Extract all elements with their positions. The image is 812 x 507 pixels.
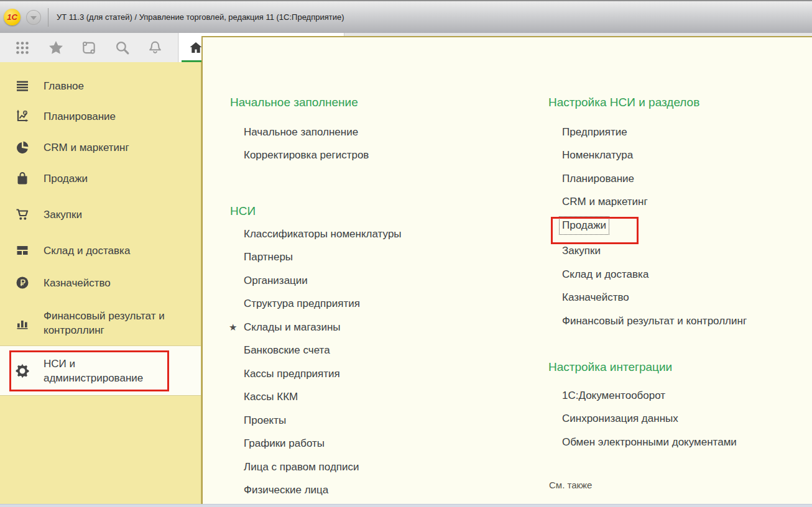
sections-panel: Главное Планирование CRM <box>0 62 201 504</box>
group-nachalnoe-zapolnenie: Начальное заполнение Начальное заполнени… <box>230 96 369 167</box>
sidebar-item-glavnoe[interactable]: Главное <box>0 70 201 101</box>
search-button[interactable] <box>111 37 132 58</box>
1c-logo-text: 1С <box>7 12 17 22</box>
sidebar-item-crm-i-marketing[interactable]: CRM и маркетинг <box>0 132 201 163</box>
menu-item-sklad-i-dostavka[interactable]: Склад и доставка <box>562 263 747 286</box>
window-titlebar: 1С УТ 11.3 (для статей) / Управление тор… <box>0 0 812 33</box>
menu-item-nachalnoe-zapolnenie[interactable]: Начальное заполнение <box>244 121 369 144</box>
pie-chart-icon <box>15 140 30 155</box>
main-menu-button[interactable] <box>26 10 41 25</box>
1c-logo: 1С <box>4 9 21 25</box>
notifications-bell-icon <box>147 40 163 55</box>
menu-item-kaznacheystvo[interactable]: Казначейство <box>562 286 747 310</box>
sidebar-item-sklad-i-dostavka[interactable]: Склад и доставка <box>0 235 201 266</box>
menu-item-korrektirovka-registrov[interactable]: Корректировка регистров <box>244 144 369 168</box>
window-title: УТ 11.3 (для статей) / Управление торгов… <box>57 12 344 22</box>
sidebar-item-planirovanie[interactable]: Планирование <box>0 101 201 132</box>
hamburger-menu-icon <box>15 78 30 93</box>
menu-item-litsa-s-pravom-podpisi[interactable]: Лица с правом подписи <box>244 455 402 479</box>
favorites-star-icon <box>48 40 64 56</box>
menu-item-crm-i-marketing[interactable]: CRM и маркетинг <box>562 191 747 214</box>
section-functions-menu: Начальное заполнение Начальное заполнени… <box>201 36 812 504</box>
favorites-button[interactable] <box>45 37 67 58</box>
sidebar-item-label: CRM и маркетинг <box>44 140 184 155</box>
apps-grid-button[interactable] <box>12 37 33 58</box>
group-title: Настройка интеграции <box>548 360 737 374</box>
menu-item-partnery[interactable]: Партнеры <box>244 246 402 270</box>
menu-item-organizatsii[interactable]: Организации <box>244 269 402 293</box>
menu-item-finansovyy-rezultat-i-kontrolling[interactable]: Финансовый результат и контроллинг <box>562 309 747 333</box>
menu-item-planirovanie[interactable]: Планирование <box>562 167 747 191</box>
apps-grid-icon <box>15 40 30 55</box>
menu-item-kassy-kkm[interactable]: Кассы ККМ <box>244 386 402 409</box>
sidebar-item-label: Планирование <box>44 109 184 124</box>
sidebar-item-label: Закупки <box>44 208 184 222</box>
menu-item-fizicheskie-litsa[interactable]: Физические лица <box>244 479 402 503</box>
notifications-button[interactable] <box>145 37 166 58</box>
planning-chart-icon <box>15 109 30 124</box>
menu-item-bankovskie-scheta[interactable]: Банковские счета <box>244 339 402 363</box>
menu-item-nomenklatura[interactable]: Номенклатура <box>562 144 747 168</box>
sidebar-item-finansovyy-rezultat[interactable]: Финансовый результат и контроллинг <box>0 303 201 343</box>
window-bottom-edge <box>0 504 812 507</box>
sidebar-item-prodazhi[interactable]: Продажи <box>0 163 201 194</box>
sidebar-item-label: Главное <box>44 79 184 93</box>
group-title: Начальное заполнение <box>230 96 369 109</box>
dropdown-arrow-icon <box>30 16 37 20</box>
group-title: Настройка НСИ и разделов <box>548 96 747 109</box>
search-icon <box>114 40 130 55</box>
menu-item-klassifikatory-nomenklatury[interactable]: Классификаторы номенклатуры <box>244 222 402 246</box>
gear-icon <box>15 363 30 378</box>
menu-item-zakupki[interactable]: Закупки <box>562 240 747 263</box>
history-button[interactable] <box>78 37 99 58</box>
menu-item-kassy-predpriyatiya[interactable]: Кассы предприятия <box>244 362 402 386</box>
sidebar-item-label: Продажи <box>44 171 184 186</box>
sidebar-item-kaznacheystvo[interactable]: Казначейство <box>0 267 201 298</box>
menu-item-sklady-i-magaziny[interactable]: ★ Склады и магазины <box>244 316 402 339</box>
menu-item-proekty[interactable]: Проекты <box>244 409 402 432</box>
app-window: 1С УТ 11.3 (для статей) / Управление тор… <box>0 0 812 507</box>
menu-item-predpriyatie[interactable]: Предприятие <box>562 121 747 144</box>
warehouse-pallet-icon <box>15 243 30 258</box>
bar-chart-icon <box>15 316 30 331</box>
titlebar-divider <box>48 8 48 27</box>
menu-item-sinkhronizatsiya-dannykh[interactable]: Синхронизация данных <box>562 408 737 431</box>
ruble-coin-icon <box>15 275 30 290</box>
history-scroll-icon <box>81 40 97 56</box>
shopping-bag-icon <box>15 171 30 186</box>
toolbar-buttons <box>0 33 178 62</box>
menu-item-prodazhi[interactable]: Продажи <box>562 214 747 237</box>
group-nastroyka-integratsii: Настройка интеграции 1С:Документооборот … <box>548 360 737 454</box>
sidebar-item-label: Склад и доставка <box>44 244 184 258</box>
favorite-star-icon: ★ <box>229 322 237 333</box>
sidebar-item-nsi-i-administrirovanie[interactable]: НСИ и администрирование <box>0 345 201 396</box>
sidebar-item-label: Финансовый результат и контроллинг <box>44 309 184 337</box>
sidebar-item-label: НСИ и администрирование <box>44 357 184 385</box>
sidebar-item-label: Казначейство <box>44 276 184 290</box>
group-nastroyka-nsi-i-razdelov: Настройка НСИ и разделов Предприятие Ном… <box>548 96 747 333</box>
sidebar-item-zakupki[interactable]: Закупки <box>0 199 201 230</box>
shopping-cart-icon <box>15 207 30 222</box>
menu-item-grafiki-raboty[interactable]: Графики работы <box>244 432 402 456</box>
see-also-label: См. также <box>549 480 592 490</box>
menu-item-1c-dokumentooborot[interactable]: 1С:Документооборот <box>562 384 737 408</box>
group-title: НСИ <box>230 204 402 218</box>
menu-item-obmen-elektronnymi-dokumentami[interactable]: Обмен электронными документами <box>562 431 737 454</box>
group-nsi: НСИ Классификаторы номенклатуры Партнеры… <box>230 204 402 502</box>
menu-item-struktura-predpriyatiya[interactable]: Структура предприятия <box>244 293 402 316</box>
